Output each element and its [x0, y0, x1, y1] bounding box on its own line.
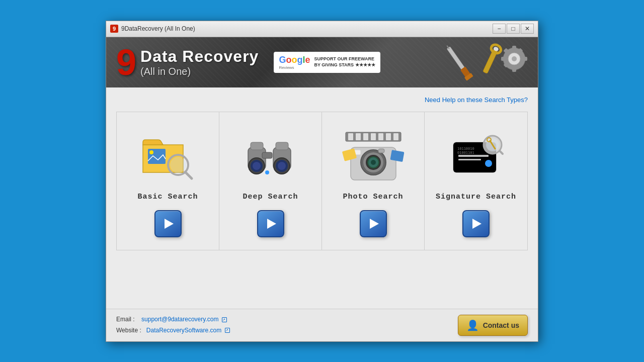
footer: Email : support@9datarecovery.com Websit…	[106, 309, 538, 341]
minimize-button[interactable]: −	[493, 24, 506, 34]
svg-rect-43	[393, 133, 398, 140]
person-icon: 👤	[466, 319, 479, 331]
play-icon	[165, 219, 174, 229]
svg-rect-58	[458, 159, 481, 160]
website-row: Website : DataRecoverySoftware.com	[116, 325, 230, 336]
photo-search-icon-area	[333, 122, 414, 188]
logo-sub: (All in One)	[140, 66, 259, 77]
play-icon	[472, 219, 481, 229]
svg-rect-57	[458, 155, 489, 157]
basic-search-cell: Basic Search	[117, 112, 219, 250]
svg-point-9	[512, 56, 517, 61]
header-tools	[432, 37, 533, 87]
contact-button[interactable]: 👤 Contact us	[458, 315, 528, 336]
photo-search-cell: Photo Search	[322, 112, 425, 250]
website-label: Website :	[116, 327, 141, 334]
svg-rect-35	[276, 142, 288, 150]
header-banner: 9 Data Recovery (All in One) Google Revi…	[106, 37, 538, 87]
svg-point-50	[367, 156, 379, 168]
google-logo: Google	[279, 55, 310, 65]
logo-nine: 9	[116, 44, 136, 80]
main-content: Need Help on these Search Types?	[106, 87, 538, 309]
deep-search-icon	[238, 125, 303, 185]
svg-text:01001101: 01001101	[457, 151, 474, 155]
svg-rect-52	[378, 149, 384, 153]
title-bar: 9 9DataRecovery (All In One) − □ ✕	[106, 21, 538, 37]
window-controls: − □ ✕	[493, 24, 534, 34]
tools-illustration	[432, 40, 533, 85]
basic-search-label: Basic Search	[137, 193, 198, 201]
basic-search-play-button[interactable]	[154, 210, 182, 237]
svg-point-32	[278, 162, 286, 170]
play-icon	[267, 219, 276, 229]
svg-rect-26	[262, 152, 272, 158]
svg-point-20	[149, 150, 153, 154]
signature-search-icon: 10110010 01001101	[443, 125, 509, 185]
svg-rect-54	[390, 150, 404, 162]
google-badge-text: SUPPORT OUR FREEWARE BY GIVING STARS ★★★…	[314, 56, 375, 68]
website-link[interactable]: DataRecoverySoftware.com	[146, 327, 221, 334]
play-icon	[370, 219, 379, 229]
help-link-container: Need Help on these Search Types?	[116, 95, 528, 104]
svg-rect-10	[512, 46, 516, 50]
deep-search-icon-area	[230, 122, 311, 188]
footer-info: Email : support@9datarecovery.com Websit…	[116, 314, 230, 336]
svg-rect-38	[356, 133, 361, 140]
signature-search-cell: 10110010 01001101 Signature Search	[425, 112, 527, 250]
svg-rect-39	[363, 133, 368, 140]
app-icon: 9	[110, 25, 118, 33]
google-reviews-label: Reviews	[279, 65, 310, 70]
contact-button-label: Contact us	[483, 321, 519, 329]
svg-rect-42	[386, 133, 391, 140]
svg-point-33	[265, 170, 269, 174]
help-link[interactable]: Need Help on these Search Types?	[425, 96, 528, 104]
window-title: 9DataRecovery (All In One)	[121, 25, 493, 32]
svg-point-22	[170, 157, 186, 173]
website-ext-link-icon	[225, 328, 230, 333]
close-button[interactable]: ✕	[521, 24, 534, 34]
email-row: Email : support@9datarecovery.com	[116, 314, 230, 325]
svg-line-23	[185, 172, 192, 178]
signature-search-icon-area: 10110010 01001101	[436, 122, 516, 188]
basic-search-icon	[135, 125, 201, 185]
deep-search-play-button[interactable]	[257, 210, 284, 237]
basic-search-icon-area	[128, 122, 208, 188]
search-types-grid: Basic Search	[116, 112, 528, 250]
svg-rect-40	[371, 133, 376, 140]
svg-rect-41	[378, 133, 383, 140]
svg-point-59	[485, 160, 492, 167]
svg-rect-34	[251, 142, 263, 150]
deep-search-cell: Deep Search	[219, 112, 322, 250]
photo-search-play-button[interactable]	[360, 210, 387, 237]
maximize-button[interactable]: □	[507, 24, 520, 34]
svg-text:10110010: 10110010	[457, 147, 474, 151]
email-label: Email :	[116, 316, 135, 323]
signature-search-play-button[interactable]	[462, 210, 490, 237]
email-link[interactable]: support@9datarecovery.com	[141, 316, 218, 323]
svg-rect-12	[501, 57, 505, 61]
logo-text: Data Recovery (All in One)	[140, 47, 259, 77]
logo-main: Data Recovery	[140, 47, 259, 66]
svg-rect-0	[447, 46, 466, 71]
photo-search-icon	[341, 125, 406, 185]
svg-rect-13	[523, 57, 527, 61]
svg-line-66	[500, 151, 503, 154]
svg-point-29	[253, 162, 261, 170]
svg-rect-11	[512, 68, 516, 72]
email-ext-link-icon	[222, 317, 227, 322]
google-badge[interactable]: Google Reviews SUPPORT OUR FREEWARE BY G…	[274, 52, 380, 73]
signature-search-label: Signature Search	[436, 193, 516, 201]
deep-search-label: Deep Search	[243, 193, 298, 201]
photo-search-label: Photo Search	[343, 193, 403, 201]
main-window: 9 9DataRecovery (All In One) − □ ✕ 9 Dat…	[106, 21, 538, 342]
svg-rect-37	[348, 133, 353, 140]
